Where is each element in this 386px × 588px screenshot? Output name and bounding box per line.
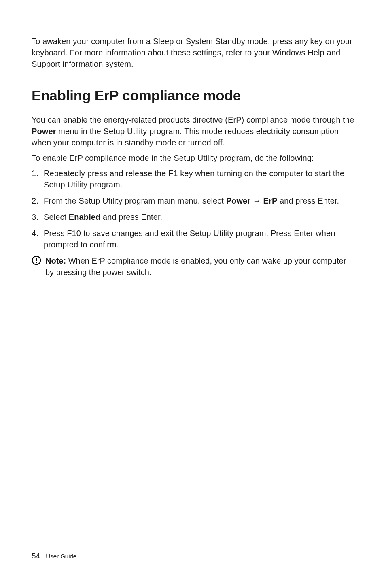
svg-rect-1	[36, 258, 37, 261]
bold-text-power-erp: Power → ErP	[226, 196, 278, 205]
body-paragraph-2: To enable ErP compliance mode in the Set…	[32, 152, 354, 164]
step-item-2: From the Setup Utility program main menu…	[32, 195, 354, 207]
step-text: Press F10 to save changes and exit the S…	[44, 229, 335, 249]
footer-title: User Guide	[46, 553, 76, 560]
intro-paragraph: To awaken your computer from a Sleep or …	[32, 36, 354, 70]
page-footer: 54 User Guide	[32, 552, 76, 560]
note-label: Note:	[45, 256, 66, 265]
text-run: From the Setup Utility program main menu…	[44, 196, 226, 205]
body-paragraph-1: You can enable the energy-related produc…	[32, 114, 354, 148]
note-text: Note: When ErP compliance mode is enable…	[45, 255, 354, 278]
text-run: and press Enter.	[100, 213, 162, 222]
note-block: Note: When ErP compliance mode is enable…	[32, 255, 354, 278]
text-run: menu in the Setup Utility program. This …	[32, 127, 339, 147]
text-run: Select	[44, 213, 69, 222]
svg-point-2	[36, 262, 37, 263]
step-item-4: Press F10 to save changes and exit the S…	[32, 228, 354, 250]
bold-text-power: Power	[32, 127, 56, 136]
step-text: Repeatedly press and release the F1 key …	[44, 169, 344, 189]
document-page: To awaken your computer from a Sleep or …	[0, 0, 386, 278]
text-run: You can enable the energy-related produc…	[32, 115, 354, 124]
steps-list: Repeatedly press and release the F1 key …	[32, 168, 354, 250]
page-number: 54	[32, 552, 40, 560]
info-icon	[32, 256, 41, 267]
step-item-1: Repeatedly press and release the F1 key …	[32, 168, 354, 190]
bold-text-enabled: Enabled	[69, 213, 101, 222]
step-item-3: Select Enabled and press Enter.	[32, 211, 354, 223]
section-heading: Enabling ErP compliance mode	[32, 87, 354, 104]
text-run: and press Enter.	[277, 196, 339, 205]
note-body: When ErP compliance mode is enabled, you…	[45, 256, 346, 277]
